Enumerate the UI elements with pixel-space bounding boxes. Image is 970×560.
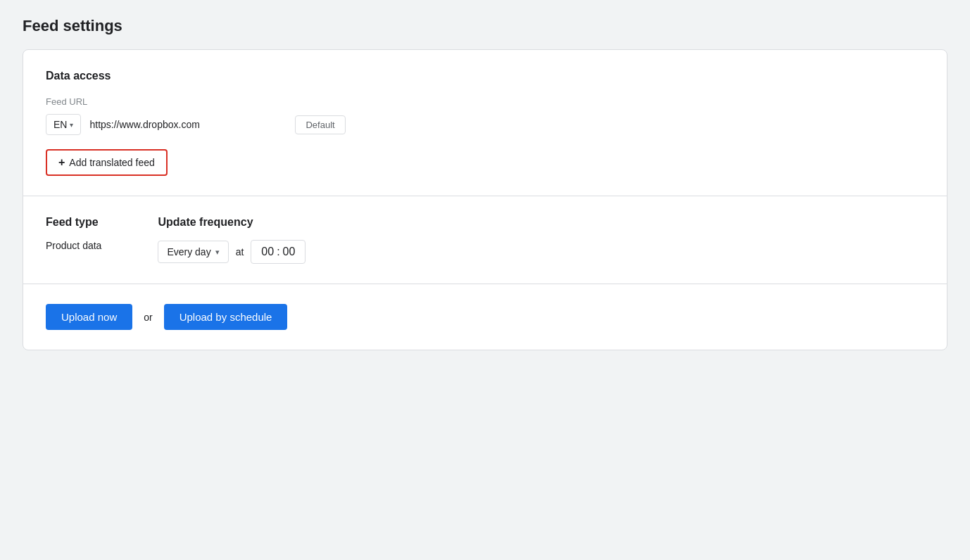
- feed-type-header: Feed type: [46, 216, 101, 229]
- feed-url-label: Feed URL: [46, 96, 924, 107]
- data-access-title: Data access: [46, 70, 924, 82]
- update-frequency-header: Update frequency: [158, 216, 306, 229]
- frequency-select[interactable]: Every day ▾: [158, 241, 228, 263]
- feed-type-section: Feed type Product data Update frequency …: [23, 196, 947, 284]
- lang-code: EN: [53, 119, 67, 130]
- product-data-value: Product data: [46, 240, 101, 251]
- feed-type-columns: Feed type Product data Update frequency …: [46, 216, 924, 264]
- time-hours[interactable]: 00: [261, 246, 274, 258]
- feed-url-row: EN ▾ Default: [46, 114, 924, 135]
- feed-url-input[interactable]: [89, 119, 286, 130]
- update-frequency-column: Update frequency Every day ▾ at 00 : 00: [158, 216, 306, 264]
- time-colon: :: [275, 246, 281, 258]
- time-display: 00 : 00: [251, 240, 306, 264]
- or-text: or: [144, 312, 152, 323]
- language-selector[interactable]: EN ▾: [46, 114, 81, 135]
- add-translated-label: Add translated feed: [69, 157, 154, 168]
- plus-icon: +: [58, 156, 65, 169]
- data-access-section: Data access Feed URL EN ▾ Default + Add …: [23, 50, 947, 196]
- frequency-value: Every day: [167, 246, 210, 257]
- frequency-row: Every day ▾ at 00 : 00: [158, 240, 306, 264]
- default-badge: Default: [295, 115, 345, 134]
- chevron-down-icon: ▾: [70, 121, 73, 129]
- feed-type-column: Feed type Product data: [46, 216, 101, 251]
- upload-now-button[interactable]: Upload now: [46, 304, 132, 330]
- at-label: at: [236, 246, 244, 257]
- actions-section: Upload now or Upload by schedule: [23, 284, 947, 350]
- add-translated-feed-button[interactable]: + Add translated feed: [46, 149, 168, 176]
- chevron-down-icon: ▾: [215, 248, 220, 257]
- feed-settings-card: Data access Feed URL EN ▾ Default + Add …: [23, 49, 947, 350]
- page-title: Feed settings: [23, 17, 947, 35]
- time-minutes[interactable]: 00: [283, 246, 296, 258]
- upload-by-schedule-button[interactable]: Upload by schedule: [164, 304, 288, 330]
